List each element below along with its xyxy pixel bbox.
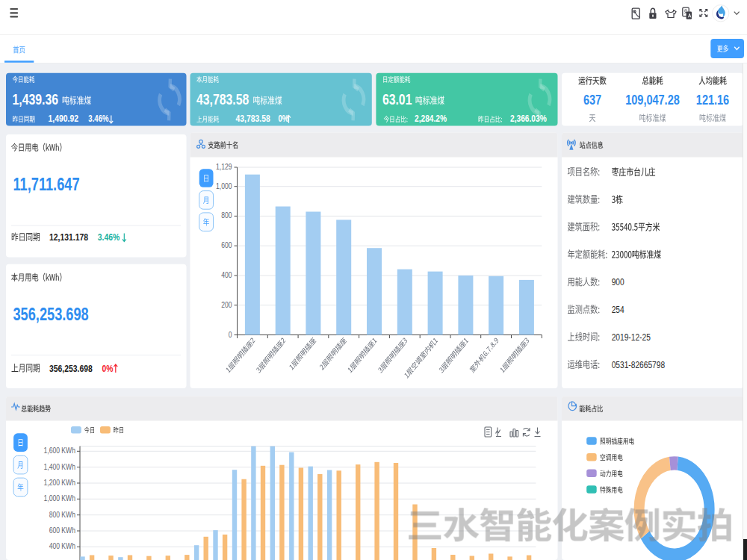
svg-text:2019-12-25: 2019-12-25 (612, 332, 651, 343)
svg-text:43,783.58: 43,783.58 (236, 113, 270, 125)
svg-text:1,200 KWh: 1,200 KWh (43, 478, 75, 487)
svg-text:400 KWh: 400 KWh (49, 541, 75, 550)
svg-text:43,783.58: 43,783.58 (196, 90, 249, 108)
svg-text:63.01: 63.01 (382, 90, 412, 108)
svg-text:121.16: 121.16 (696, 92, 729, 108)
svg-text:637: 637 (583, 92, 601, 108)
svg-text:800: 800 (221, 211, 232, 220)
svg-text:1,129: 1,129 (216, 162, 232, 171)
svg-text:800 KWh: 800 KWh (49, 510, 75, 519)
svg-text:1,439.36: 1,439.36 (13, 90, 58, 108)
svg-text:1,000 KWh: 1,000 KWh (43, 494, 75, 503)
svg-text:200: 200 (221, 300, 232, 309)
svg-text:3.46%: 3.46% (98, 231, 120, 243)
svg-text:1,490.92: 1,490.92 (49, 113, 79, 125)
svg-text:400: 400 (221, 270, 232, 279)
svg-text:109,047.28: 109,047.28 (625, 92, 679, 108)
svg-text:1,400 KWh: 1,400 KWh (43, 462, 75, 471)
svg-text:600 KWh: 600 KWh (49, 526, 75, 535)
svg-text:0: 0 (229, 329, 232, 338)
svg-text:356,253.698: 356,253.698 (13, 304, 89, 323)
svg-text:2,366.03%: 2,366.03% (510, 113, 547, 125)
svg-text:1,000: 1,000 (216, 181, 232, 190)
svg-text:11,711.647: 11,711.647 (13, 174, 80, 193)
svg-text:12,131.178: 12,131.178 (49, 231, 88, 243)
svg-text:0531-82665798: 0531-82665798 (612, 359, 666, 371)
svg-text:600: 600 (221, 240, 232, 249)
svg-text:3.46%: 3.46% (88, 113, 108, 123)
svg-text:1,600 KWh: 1,600 KWh (43, 446, 75, 455)
svg-text:254: 254 (612, 304, 624, 316)
svg-text:356,253.698: 356,253.698 (49, 362, 93, 374)
svg-text:0%: 0% (278, 113, 288, 123)
svg-text:2,284.2%: 2,284.2% (415, 113, 447, 125)
svg-text:0%: 0% (102, 362, 114, 374)
svg-text:900: 900 (612, 276, 624, 288)
